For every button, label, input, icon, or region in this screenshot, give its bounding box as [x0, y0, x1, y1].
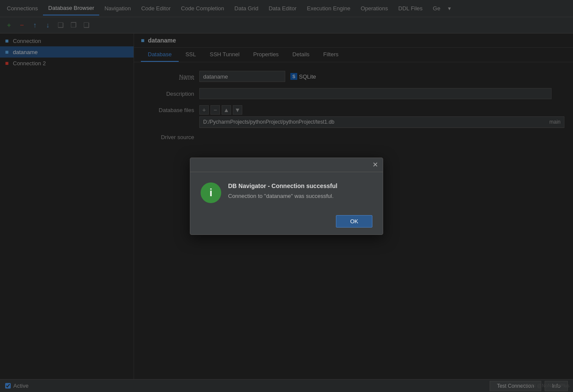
modal-icon-wrap: i: [201, 182, 221, 203]
modal-title: DB Navigator - Connection successful: [228, 182, 372, 189]
modal-text-area: DB Navigator - Connection successful Con…: [228, 182, 372, 199]
modal-info-icon: i: [210, 187, 213, 199]
modal-footer: OK: [190, 210, 383, 234]
modal-dialog: ✕ i DB Navigator - Connection successful…: [190, 158, 383, 235]
modal-close-button[interactable]: ✕: [371, 161, 379, 169]
modal-overlay: ✕ i DB Navigator - Connection successful…: [0, 0, 573, 392]
modal-message: Connection to "dataname" was successful.: [228, 193, 372, 199]
modal-body: i DB Navigator - Connection successful C…: [190, 172, 383, 210]
modal-ok-button[interactable]: OK: [336, 215, 372, 228]
modal-titlebar: ✕: [190, 158, 383, 172]
